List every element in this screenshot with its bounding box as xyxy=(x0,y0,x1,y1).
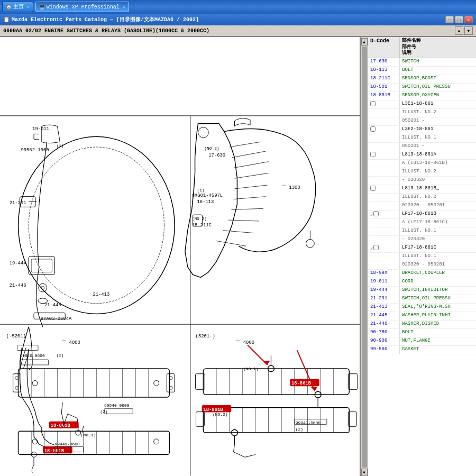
svg-text:9YA03-0604A: 9YA03-0604A xyxy=(41,316,72,322)
part-desc-cell: A (L813-18-861B) xyxy=(400,160,476,168)
table-row[interactable]: ILLUST. NO.2 xyxy=(368,194,476,202)
part-desc-cell: - 020320 xyxy=(400,236,476,244)
home-tab[interactable]: 🏠 主页 ✕ xyxy=(2,2,33,12)
table-row[interactable]: A (L813-18-861B) xyxy=(368,160,476,168)
table-row[interactable]: - 020320 xyxy=(368,236,476,244)
header-line1: 部件名称 xyxy=(402,38,421,43)
scroll-down-btn[interactable]: ▼ xyxy=(361,469,368,476)
svg-text:(NO.1): (NO.1) xyxy=(81,433,96,437)
svg-text:21-413: 21-413 xyxy=(93,292,109,297)
table-row[interactable]: 050201 - xyxy=(368,117,476,126)
table-row[interactable]: 18-113BOLT xyxy=(368,67,476,75)
nav-arrows: ▲ ▼ xyxy=(455,26,473,35)
table-row[interactable]: 99-560GASKET xyxy=(368,346,476,354)
scroll-thumb[interactable] xyxy=(362,47,367,468)
table-row[interactable]: 020320 - 050201 xyxy=(368,261,476,270)
svg-text:(1): (1) xyxy=(56,143,63,148)
svg-text:21-445: 21-445 xyxy=(44,303,61,308)
windows-tab-icon: 🖥️ xyxy=(39,4,45,10)
table-row[interactable]: 21-291SWITCH,OIL PRESSU xyxy=(368,295,476,304)
part-desc-cell: BOLT xyxy=(400,329,476,337)
diagram-area[interactable]: 19-011 99562-1000 (1) 21-291 19-444 21-4… xyxy=(0,37,361,476)
table-row[interactable]: ILLUST. NO.1 xyxy=(368,253,476,261)
part-desc-cell: SWITCH,OIL PRESSU xyxy=(400,295,476,303)
table-row[interactable]: 050201 - xyxy=(368,143,476,151)
table-row[interactable]: 18-211CSENSOR,BOOST xyxy=(368,75,476,84)
table-row[interactable]: 17-630SWITCH xyxy=(368,58,476,67)
table-row[interactable]: A (LF17-18-861C) xyxy=(368,219,476,227)
svg-text:18-861B: 18-861B xyxy=(44,448,65,454)
nav-up[interactable]: ▲ xyxy=(455,26,463,35)
nav-down[interactable]: ▼ xyxy=(464,26,473,35)
part-code-cell xyxy=(368,219,400,227)
right-panel: ▲ ▼ D-Code 部件名称 部件号 说明 xyxy=(361,37,476,476)
svg-text:(2): (2) xyxy=(100,409,107,414)
table-row[interactable]: 90-906NUT,FLANGE xyxy=(368,337,476,346)
svg-text:99940-0600: 99940-0600 xyxy=(54,442,80,446)
part-desc-cell: ILLUST. NO.1 xyxy=(400,253,476,261)
part-code-cell: 18-501 xyxy=(368,84,400,91)
svg-point-3 xyxy=(18,136,175,314)
svg-text:(1): (1) xyxy=(197,188,205,193)
windows-tab-close[interactable]: ✕ xyxy=(123,5,125,10)
home-tab-close[interactable]: ✕ xyxy=(27,5,30,10)
svg-line-99 xyxy=(248,345,267,365)
table-row[interactable]: ✓LF17-18-861B_ xyxy=(368,210,476,219)
table-row[interactable]: 020320 - 050201 xyxy=(368,202,476,210)
window-title: Mazda Electronic Parts Catalog — [目录图像/文… xyxy=(12,16,199,23)
close-button[interactable]: ✕ xyxy=(464,16,473,23)
part-code-cell xyxy=(368,100,400,108)
part-code-cell xyxy=(368,160,400,168)
table-row[interactable]: - 020320 xyxy=(368,177,476,185)
svg-point-4 xyxy=(29,147,164,304)
vertical-scrollbar[interactable]: ▲ ▼ xyxy=(361,37,368,476)
table-row[interactable]: L3E2-18-861 xyxy=(368,126,476,134)
svg-text:(NO.2): (NO.2) xyxy=(213,412,227,417)
home-tab-label: 主页 xyxy=(13,3,24,11)
svg-text:(2): (2) xyxy=(296,427,303,432)
svg-text:17-630: 17-630 xyxy=(208,153,225,158)
parts-list[interactable]: 17-630SWITCH18-113BOLT18-211CSENSOR,BOOS… xyxy=(368,58,476,476)
part-desc-cell: ILLUST. NO.1 xyxy=(400,134,476,142)
part-desc-cell: SWITCH,OIL PRESSU xyxy=(400,84,476,91)
part-code-cell xyxy=(368,126,400,134)
windows-tab[interactable]: 🖥️ Windows XP Professional ✕ xyxy=(35,2,129,12)
table-row[interactable]: L813-18-861B_ xyxy=(368,185,476,194)
part-desc-cell: LF17-18-861B_ xyxy=(400,210,476,218)
table-row[interactable]: L3E1-18-861 xyxy=(368,100,476,109)
scroll-up-btn[interactable]: ▲ xyxy=(361,38,368,45)
part-code-cell: ✓ xyxy=(368,244,400,252)
table-row[interactable]: ILLUST. NO.1 xyxy=(368,227,476,236)
part-desc-cell: L813-18-861A xyxy=(400,151,476,159)
part-code-cell: ✓ xyxy=(368,210,400,218)
table-row[interactable]: L813-18-861A xyxy=(368,151,476,160)
svg-point-22 xyxy=(306,239,314,248)
part-code-cell: 90-780 xyxy=(368,329,400,337)
table-row[interactable]: ILLUST. NO.2 xyxy=(368,109,476,117)
part-desc-cell: GASKET xyxy=(400,346,476,354)
table-row[interactable]: ILLUST. NO.2 xyxy=(368,168,476,177)
part-desc-cell: WASHER,DISHED xyxy=(400,321,476,328)
table-row[interactable]: 21-446WASHER,DISHED xyxy=(368,321,476,329)
table-row[interactable]: ILLUST. NO.1 xyxy=(368,134,476,143)
part-desc-cell: ILLUST. NO.1 xyxy=(400,227,476,235)
maximize-button[interactable]: □ xyxy=(455,16,463,23)
table-row[interactable]: 19-444SWITCH,INHIBITOR xyxy=(368,287,476,295)
table-row[interactable]: 19-011CORD xyxy=(368,278,476,287)
table-row[interactable]: 21-445WASHER,PLAIN-INHI xyxy=(368,312,476,321)
table-row[interactable]: 18-861BSENSOR,OXYGEN xyxy=(368,92,476,100)
table-row[interactable]: 18-501SWITCH,OIL PRESSU xyxy=(368,84,476,92)
part-desc-cell: BRACKET,COUPLER xyxy=(400,270,476,278)
parts-diagram: 19-011 99562-1000 (1) 21-291 19-444 21-4… xyxy=(0,37,360,476)
svg-text:21-446: 21-446 xyxy=(10,283,26,288)
table-row[interactable]: 18-99XBRACKET,COUPLER xyxy=(368,270,476,278)
svg-rect-6 xyxy=(31,259,52,272)
taskbar: 🏠 主页 ✕ 🖥️ Windows XP Professional ✕ xyxy=(0,0,476,14)
minimize-button[interactable]: ─ xyxy=(445,16,454,23)
svg-text:19-011: 19-011 xyxy=(32,127,49,132)
dcode-header: D-Code xyxy=(368,37,400,58)
part-code-cell xyxy=(368,143,400,151)
table-row[interactable]: ✓LF17-18-861C xyxy=(368,244,476,253)
table-row[interactable]: 21-413SEAL,'O'RING-M.SH xyxy=(368,304,476,312)
table-row[interactable]: 90-780BOLT xyxy=(368,329,476,337)
